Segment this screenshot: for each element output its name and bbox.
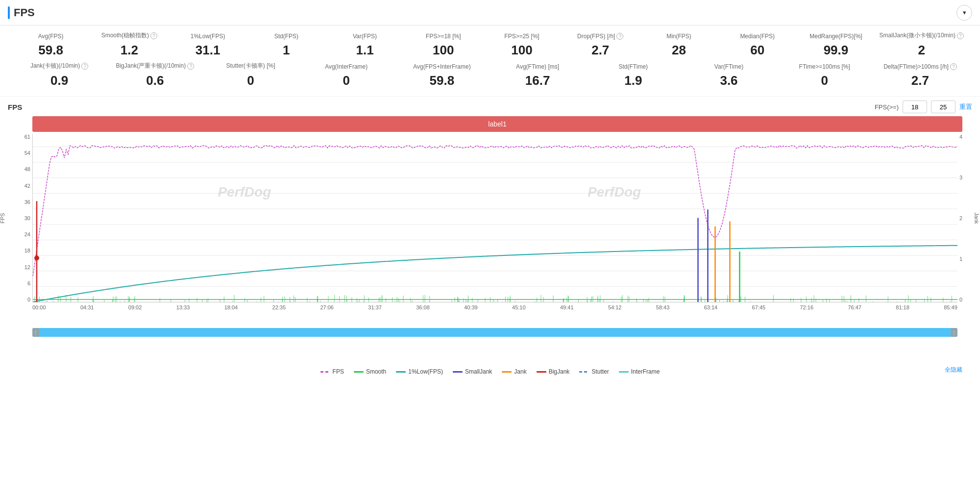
- legend-label: Jank: [514, 368, 526, 375]
- x-axis-label: 18:04: [224, 304, 238, 310]
- y-axis-left-label: 24: [24, 231, 30, 237]
- title-text: FPS: [14, 6, 35, 19]
- metrics-row-2: Jank(卡顿)(/10min) ? 0.9 BigJank(严重卡顿)(/10…: [12, 62, 968, 88]
- metric-label: 1%Low(FPS): [172, 33, 243, 40]
- scrollbar-handle-left[interactable]: ⋮: [32, 328, 39, 337]
- help-icon[interactable]: ?: [957, 32, 964, 39]
- y-axis-right-label: 2: [959, 215, 962, 221]
- metric-label: Avg(FPS+InterFrame): [398, 63, 486, 70]
- metric-label: Var(FTime): [685, 63, 772, 70]
- metric-item: MedRange(FPS)[%] 99.9: [797, 33, 875, 58]
- jank-y-label: Jank: [973, 212, 979, 224]
- metric-value: 0: [303, 73, 390, 88]
- y-axis-right-label: 3: [959, 175, 962, 180]
- y-axis-left-label: 12: [24, 264, 30, 270]
- metric-value: 60: [722, 43, 792, 58]
- metric-label: Median(FPS): [722, 33, 792, 40]
- legend-item[interactable]: SmallJank: [453, 368, 492, 375]
- y-axis-right: Jank 43210: [957, 134, 972, 303]
- x-axis-label: 40:39: [464, 304, 478, 310]
- hide-all-button[interactable]: 全隐藏: [945, 366, 962, 374]
- metric-item: Var(FPS) 1.1: [326, 33, 404, 58]
- y-axis-left-label: 61: [24, 134, 30, 140]
- x-axis-label: 63:14: [704, 304, 718, 310]
- x-axis-label: 81:18: [896, 304, 909, 310]
- help-icon[interactable]: ?: [187, 63, 194, 70]
- metrics-section: Avg(FPS) 59.8 Smooth(稳帧指数) ? 1.2 1%Low(F…: [0, 25, 980, 97]
- x-axis-label: 27:06: [320, 304, 334, 310]
- metric-label: Drop(FPS) [/h] ?: [565, 33, 636, 40]
- legend-item[interactable]: Stutter: [579, 368, 609, 375]
- help-icon[interactable]: ?: [950, 63, 957, 70]
- legend-color: [320, 371, 330, 373]
- help-icon[interactable]: ?: [81, 63, 88, 70]
- y-axis-left-label: 48: [24, 166, 30, 172]
- fps-controls: FPS(>=) 重置: [875, 101, 972, 113]
- metric-label: FPS>=18 [%]: [408, 33, 478, 40]
- metric-item: FTime>=100ms [%] 0: [777, 63, 873, 88]
- scrollbar-thumb: [32, 328, 957, 337]
- fps-25-input[interactable]: [931, 101, 956, 113]
- legend-item[interactable]: InterFrame: [619, 368, 660, 375]
- page-title: FPS: [8, 6, 35, 19]
- y-axis-left-label: 36: [24, 199, 30, 205]
- chart-svg: [33, 134, 957, 302]
- metric-item: SmallJank(微小卡顿)(/10min) ? 2: [876, 31, 968, 58]
- chevron-down-icon: ▾: [963, 9, 966, 16]
- metric-item: Var(FTime) 3.6: [681, 63, 777, 88]
- header-bar: FPS ▾: [0, 0, 980, 25]
- metric-item: Smooth(稳帧指数) ? 1.2: [90, 31, 169, 58]
- dropdown-button[interactable]: ▾: [956, 5, 972, 21]
- x-axis-label: 13:33: [176, 304, 190, 310]
- metric-value: 1: [251, 43, 321, 58]
- metric-item: Avg(InterFrame) 0: [299, 63, 394, 88]
- metric-label: BigJank(严重卡顿)(/10min) ?: [111, 62, 198, 70]
- metric-label: Min(FPS): [644, 33, 714, 40]
- fps-y-label: FPS: [0, 213, 5, 223]
- y-axis-left-label: 6: [27, 280, 30, 286]
- metric-label: Std(FTime): [589, 63, 677, 70]
- x-axis-label: 31:37: [368, 304, 382, 310]
- metric-label: Delta(FTime)>100ms [/h] ?: [877, 63, 964, 70]
- x-axis: 00:0004:3109:0213:3318:0422:3527:0631:37…: [32, 303, 957, 322]
- metrics-row-1: Avg(FPS) 59.8 Smooth(稳帧指数) ? 1.2 1%Low(F…: [12, 31, 968, 58]
- legend-label: InterFrame: [631, 368, 660, 375]
- legend-color: [354, 371, 364, 373]
- metric-value: 1.1: [330, 43, 400, 58]
- metric-item: Drop(FPS) [/h] ? 2.7: [562, 33, 640, 58]
- y-axis-left-label: 0: [27, 297, 30, 303]
- legend-item[interactable]: FPS: [320, 368, 344, 375]
- legend-color: [579, 371, 589, 373]
- legend-item[interactable]: BigJank: [537, 368, 570, 375]
- legend-label: SmallJank: [465, 368, 492, 375]
- x-axis-label: 45:10: [512, 304, 526, 310]
- legend-label: Stutter: [591, 368, 609, 375]
- metric-item: Avg(FTime) [ms] 16.7: [490, 63, 586, 88]
- legend-color: [453, 371, 463, 373]
- legend-item[interactable]: 1%Low(FPS): [396, 368, 443, 375]
- scrollbar-handle-right[interactable]: ⋮: [951, 328, 957, 337]
- legend-item[interactable]: Jank: [502, 368, 526, 375]
- legend-label: 1%Low(FPS): [408, 368, 443, 375]
- label-banner: label1: [32, 116, 962, 132]
- legend-label: BigJank: [549, 368, 570, 375]
- legend-item[interactable]: Smooth: [354, 368, 386, 375]
- x-axis-label: 04:31: [80, 304, 94, 310]
- metric-item: Avg(FPS+InterFrame) 59.8: [394, 63, 490, 88]
- metric-item: Min(FPS) 28: [640, 33, 718, 58]
- metric-label: SmallJank(微小卡顿)(/10min) ?: [880, 31, 964, 40]
- legend-row: FPS Smooth 1%Low(FPS) SmallJank Jank Big…: [8, 364, 972, 377]
- metric-value: 0: [207, 73, 294, 88]
- scrollbar-track[interactable]: ⋮ ⋮: [32, 328, 957, 337]
- metric-item: FPS>=18 [%] 100: [404, 33, 483, 58]
- reset-button[interactable]: 重置: [959, 102, 972, 111]
- fps-gte-label: FPS(>=): [875, 103, 899, 111]
- metric-label: Avg(FTime) [ms]: [494, 63, 581, 70]
- help-icon[interactable]: ?: [616, 33, 623, 40]
- help-icon[interactable]: ?: [150, 32, 157, 39]
- metric-value: 2.7: [877, 73, 964, 88]
- metric-item: Std(FTime) 1.9: [586, 63, 681, 88]
- fps-18-input[interactable]: [903, 101, 927, 113]
- metric-label: MedRange(FPS)[%]: [801, 33, 871, 40]
- x-axis-label: 22:35: [272, 304, 286, 310]
